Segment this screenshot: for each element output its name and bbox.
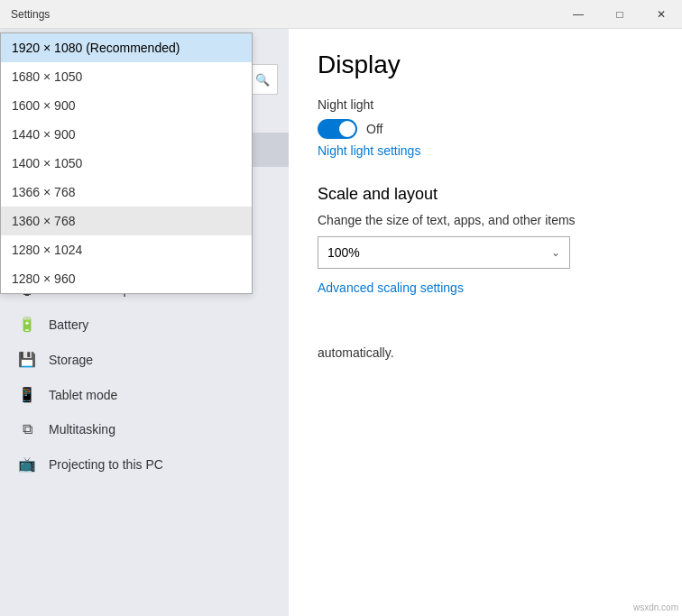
titlebar-controls: — □ ✕ <box>558 0 682 29</box>
battery-icon: 🔋 <box>14 316 40 333</box>
sidebar-item-label-storage: Storage <box>49 353 93 367</box>
sidebar-item-projecting[interactable]: 📺Projecting to this PC <box>0 446 289 482</box>
sidebar-item-label-multitasking: Multitasking <box>49 422 115 437</box>
scale-heading: Scale and layout <box>318 185 653 204</box>
tablet-icon: 📱 <box>14 386 40 403</box>
storage-icon: 💾 <box>14 351 40 368</box>
sidebar-item-battery[interactable]: 🔋Battery <box>0 307 289 342</box>
advanced-scaling-link[interactable]: Advanced scaling settings <box>318 280 464 295</box>
watermark: wsxdn.com <box>633 602 678 612</box>
auto-text: automatically. <box>318 345 653 360</box>
sidebar-item-multitasking[interactable]: ⧉Multitasking <box>0 412 289 446</box>
search-icon: 🔍 <box>255 73 270 87</box>
sidebar-item-label-tablet: Tablet mode <box>49 388 117 402</box>
scale-selected-value: 100% <box>327 245 360 260</box>
sidebar-item-label-projecting: Projecting to this PC <box>49 457 163 472</box>
night-light-label: Night light <box>318 97 653 112</box>
night-light-settings-link[interactable]: Night light settings <box>318 143 420 158</box>
multitasking-icon: ⧉ <box>14 421 40 437</box>
titlebar-title: Settings <box>11 8 50 21</box>
toggle-knob <box>339 121 355 137</box>
night-light-toggle[interactable] <box>318 119 357 139</box>
maximize-button[interactable]: □ <box>599 0 641 29</box>
scale-dropdown[interactable]: 100% ⌄ <box>318 236 570 269</box>
content-panel: Display Night light Off Night light sett… <box>289 29 682 616</box>
close-button[interactable]: ✕ <box>641 0 682 29</box>
app: Settings 🔍 System 🖥Display🔊Sound🔔Notific… <box>0 29 682 616</box>
scale-desc: Change the size of text, apps, and other… <box>318 213 653 227</box>
toggle-row: Off <box>318 119 653 139</box>
dropdown-arrow-icon: ⌄ <box>551 246 560 259</box>
minimize-button[interactable]: — <box>558 0 599 29</box>
page-title: Display <box>318 51 653 79</box>
projecting-icon: 📺 <box>14 455 40 473</box>
scale-dropdown-container: 100% ⌄ <box>318 236 653 269</box>
sidebar-item-storage[interactable]: 💾Storage <box>0 342 289 377</box>
sidebar-item-tablet[interactable]: 📱Tablet mode <box>0 377 289 412</box>
titlebar: Settings — □ ✕ <box>0 0 682 29</box>
toggle-state-label: Off <box>366 122 382 136</box>
sidebar-item-label-battery: Battery <box>49 317 88 332</box>
